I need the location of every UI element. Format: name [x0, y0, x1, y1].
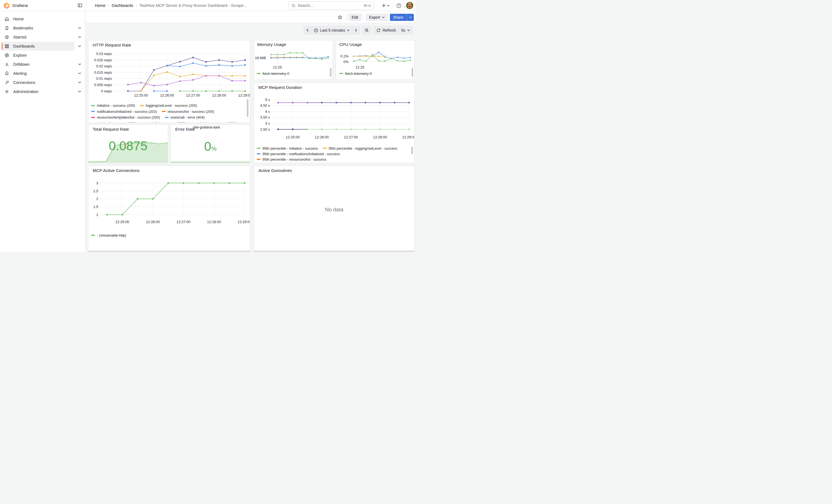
refresh-icon [376, 28, 381, 32]
legend-item[interactable]: unknown - success (200) [190, 121, 236, 123]
chevron-down-icon [382, 17, 385, 18]
legend-item[interactable]: - (streamable-http) [91, 233, 126, 237]
panel-cpu-usage: CPU Usage 0.2%0%12:25 fetch-telemetry-0 [336, 40, 415, 80]
zoom-out-button[interactable] [362, 26, 371, 34]
legend-label: fetch-telemetry-0 [262, 72, 289, 76]
favorite-star-button[interactable] [336, 14, 344, 21]
chevron-right-icon [355, 29, 357, 32]
legend-scrollbar[interactable] [330, 68, 332, 77]
legend-item[interactable]: resources/templates/list - success (200) [91, 115, 160, 120]
sidebar-item-drilldown[interactable]: Drilldown [0, 60, 85, 69]
legend-label: resources/list - success (200) [167, 109, 214, 114]
sidebar-item-connections[interactable]: Connections [0, 78, 85, 87]
refresh-group: Refresh 5s [374, 26, 413, 34]
legend-item[interactable]: 95th percentile - resources/list - succe… [257, 157, 326, 161]
panel-active-goroutines: Active Goroutines No data [254, 166, 415, 251]
search-shortcut: ⌘+k [363, 4, 371, 8]
legend-scrollbar[interactable] [412, 68, 413, 77]
panel-mcp-active-connections: MCP Active Connections 32.521.5112:25:00… [88, 166, 250, 251]
star-icon [4, 35, 9, 39]
mcp-active-connections-legend: - (streamable-http) [91, 233, 245, 239]
sidebar-item-home[interactable]: Home [0, 14, 85, 23]
compass-icon [4, 53, 9, 58]
svg-text:0%: 0% [343, 60, 348, 64]
legend-item[interactable]: initialize - success (200) [91, 103, 135, 108]
new-menu-button[interactable] [380, 2, 391, 9]
time-range-picker-button[interactable]: Last 5 minutes [311, 26, 352, 34]
svg-text:16 MiB: 16 MiB [255, 56, 266, 60]
legend-scrollbar[interactable] [411, 147, 413, 154]
svg-text:12:28:00: 12:28:00 [212, 93, 226, 97]
sidebar-item-explore[interactable]: Explore [0, 51, 85, 60]
chevron-down-icon[interactable] [78, 72, 81, 74]
legend-color-chip [91, 105, 95, 106]
export-button[interactable]: Export [366, 14, 387, 21]
question-mark-icon [396, 3, 401, 8]
chevron-down-icon[interactable] [78, 63, 81, 65]
legend-item[interactable]: 95th percentile - notifications/initiali… [257, 152, 340, 156]
panel-title[interactable]: HTTP Request Rate [93, 43, 131, 48]
brand-zone: Grafana [0, 0, 87, 11]
legend-label: notifications/initialized - success (202… [97, 109, 157, 114]
legend-label: resources/templates/list - success (200) [97, 115, 160, 120]
panel-title[interactable]: MCP Active Connections [93, 168, 139, 173]
legend-item[interactable]: 95th percentile - logging/setLevel - suc… [323, 147, 397, 151]
chevron-down-icon[interactable] [78, 90, 81, 92]
panel-title[interactable]: CPU Usage [339, 42, 362, 47]
refresh-button[interactable]: Refresh [374, 26, 398, 34]
time-shift-forward-button[interactable] [352, 26, 360, 34]
panel-title[interactable]: Error Rate [175, 127, 195, 132]
bell-icon [4, 71, 9, 76]
svg-text:0.03 req/s: 0.03 req/s [96, 52, 112, 56]
edit-button[interactable]: Edit [348, 14, 361, 21]
refresh-interval-button[interactable]: 5s [398, 26, 412, 34]
panel-title[interactable]: Active Goroutines [258, 168, 292, 173]
sidebar-item-starred[interactable]: Starred [0, 32, 85, 42]
sidebar-item-dashboards[interactable]: Dashboards [0, 42, 85, 51]
legend-item[interactable]: 95th percentile - resources/templates/li… [257, 163, 343, 163]
user-avatar[interactable] [406, 2, 413, 9]
svg-text:4.50 s: 4.50 s [260, 103, 270, 108]
legend-item[interactable]: notifications/initialized - success (202… [91, 109, 157, 114]
legend-item[interactable]: resources/list - success (200) [162, 109, 214, 114]
share-button[interactable]: Share [390, 14, 407, 21]
svg-text:1.5: 1.5 [93, 205, 98, 209]
legend-scrollbar[interactable] [247, 99, 249, 117]
legend-item[interactable]: 95th percentile - initialize - success [257, 147, 318, 151]
search-input[interactable] [298, 3, 361, 8]
breadcrumb-dashboards[interactable]: Dashboards [112, 3, 133, 8]
legend-item[interactable]: tools/list - success (200) [141, 121, 185, 123]
share-button-group: Share [390, 14, 414, 21]
legend-item[interactable]: logging/setLevel - success (200) [140, 103, 197, 108]
chevron-down-icon[interactable] [78, 36, 81, 38]
panel-title[interactable]: Total Request Rate [93, 127, 129, 132]
bookmark-icon [4, 26, 9, 30]
share-menu-button[interactable] [407, 14, 414, 21]
sidebar-item-administration[interactable]: Administration [0, 87, 85, 96]
http-request-rate-legend: initialize - success (200)logging/setLev… [91, 103, 244, 123]
legend-color-chip [165, 117, 168, 118]
sidebar-item-bookmarks[interactable]: Bookmarks [0, 23, 85, 32]
time-shift-back-button[interactable] [304, 26, 311, 34]
panel-title[interactable]: Memory Usage [257, 42, 286, 47]
breadcrumb-home[interactable]: Home [95, 3, 106, 8]
chevron-down-icon[interactable] [78, 45, 81, 47]
panel-title[interactable]: MCP Request Duration [258, 85, 302, 90]
legend-label: 95th percentile - resources/list - succe… [262, 157, 326, 161]
chevron-down-icon[interactable] [78, 81, 81, 83]
legend-item[interactable]: fetch-telemetry-0 [339, 72, 372, 76]
help-button[interactable] [395, 2, 402, 9]
legend-item[interactable]: fetch-telemetry-0 [257, 72, 289, 76]
search-box[interactable]: ⌘+k [288, 1, 374, 10]
sidebar-item-alerting[interactable]: Alerting [0, 69, 85, 78]
breadcrumb-separator-icon: › [108, 3, 109, 7]
panel-total-request-rate: Total Request Rate 0.0875 [88, 124, 168, 163]
sidebar-toggle-button[interactable] [76, 2, 84, 9]
chevron-down-icon[interactable] [78, 27, 81, 29]
svg-text:4 s: 4 s [265, 109, 270, 114]
error-rate-sparkline [171, 159, 250, 163]
legend-label: tools/call - error (404) [171, 115, 205, 120]
svg-text:12:28:00: 12:28:00 [207, 220, 221, 224]
legend-item[interactable]: tools/call - success (200) [91, 121, 136, 123]
legend-item[interactable]: tools/call - error (404) [165, 115, 205, 120]
